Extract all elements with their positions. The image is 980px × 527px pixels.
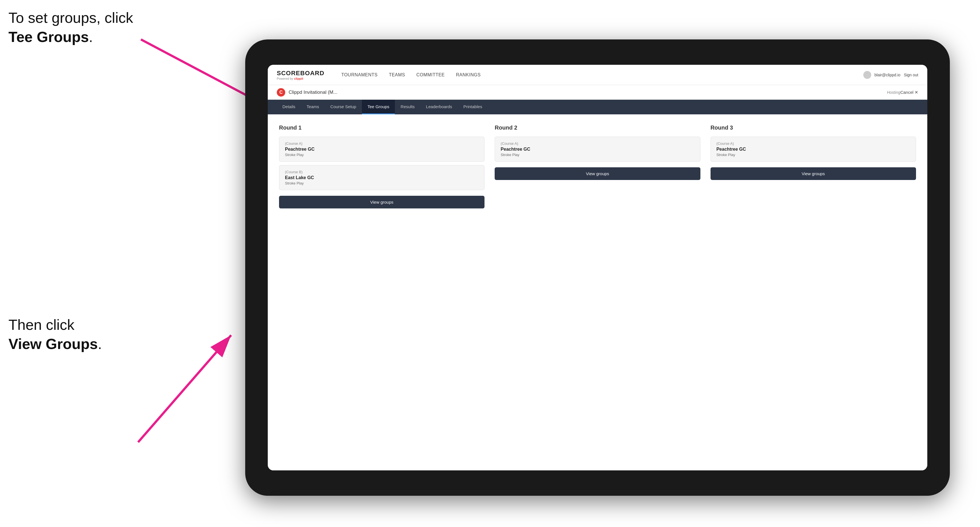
round-3-course-a-name: Peachtree GC [716, 147, 910, 152]
tab-tee-groups[interactable]: Tee Groups [362, 100, 395, 114]
round-1-column: Round 1 (Course A) Peachtree GC Stroke P… [279, 124, 485, 208]
avatar [863, 71, 871, 79]
logo-area: SCOREBOARD Powered by clippit [277, 70, 325, 80]
tournament-status: Hosting [887, 90, 900, 95]
tab-teams[interactable]: Teams [301, 100, 325, 114]
round-1-course-a-format: Stroke Play [285, 153, 479, 157]
main-content: Round 1 (Course A) Peachtree GC Stroke P… [268, 114, 927, 470]
nav-rankings[interactable]: RANKINGS [450, 72, 487, 78]
nav-right: blair@clippd.io Sign out [863, 71, 918, 79]
round-1-course-a-label: (Course A) [285, 141, 479, 146]
instruction-top-line1: To set groups, click [8, 10, 133, 26]
tab-leaderboards[interactable]: Leaderboards [420, 100, 458, 114]
cancel-button[interactable]: Cancel ✕ [900, 90, 918, 95]
round-2-view-groups-button[interactable]: View groups [495, 167, 700, 180]
svg-line-3 [138, 335, 231, 442]
tab-printables[interactable]: Printables [458, 100, 488, 114]
round-2-title: Round 2 [495, 124, 700, 131]
tournament-logo-icon: C [277, 88, 285, 97]
nav-committee[interactable]: COMMITTEE [410, 72, 450, 78]
round-2-course-a-card: (Course A) Peachtree GC Stroke Play [495, 137, 700, 162]
nav-links: TOURNAMENTS TEAMS COMMITTEE RANKINGS [336, 72, 863, 78]
round-3-course-a-label: (Course A) [716, 141, 910, 146]
rounds-container: Round 1 (Course A) Peachtree GC Stroke P… [279, 124, 916, 208]
instruction-top: To set groups, click Tee Groups. [8, 8, 133, 46]
round-3-course-a-card: (Course A) Peachtree GC Stroke Play [711, 137, 916, 162]
sign-out-link[interactable]: Sign out [904, 73, 918, 77]
nav-teams[interactable]: TEAMS [383, 72, 411, 78]
round-3-title: Round 3 [711, 124, 916, 131]
round-2-course-a-label: (Course A) [501, 141, 694, 146]
logo-powered: Powered by clippit [277, 77, 325, 80]
round-2-course-a-name: Peachtree GC [501, 147, 694, 152]
instruction-top-line2: Tee Groups [8, 29, 89, 45]
tournament-name: Clippd Invitational (M... [289, 90, 885, 95]
tab-bar: Details Teams Course Setup Tee Groups Re… [268, 100, 927, 114]
instruction-bottom-line1: Then click [8, 317, 75, 333]
instruction-bottom-period: . [98, 336, 102, 352]
instruction-bottom: Then click View Groups. [8, 316, 102, 354]
round-3-course-a-format: Stroke Play [716, 153, 910, 157]
round-1-view-groups-button[interactable]: View groups [279, 196, 485, 208]
round-2-column: Round 2 (Course A) Peachtree GC Stroke P… [495, 124, 700, 208]
tournament-bar: C Clippd Invitational (M... Hosting Canc… [268, 85, 927, 100]
nav-tournaments[interactable]: TOURNAMENTS [336, 72, 383, 78]
user-email: blair@clippd.io [875, 73, 900, 77]
tab-course-setup[interactable]: Course Setup [325, 100, 362, 114]
round-1-course-a-card: (Course A) Peachtree GC Stroke Play [279, 137, 485, 162]
tablet-shell: SCOREBOARD Powered by clippit TOURNAMENT… [245, 40, 950, 496]
logo-scoreboard: SCOREBOARD [277, 70, 325, 77]
tablet-screen: SCOREBOARD Powered by clippit TOURNAMENT… [268, 65, 927, 470]
round-1-course-b-card: (Course B) East Lake GC Stroke Play [279, 165, 485, 190]
round-1-course-a-name: Peachtree GC [285, 147, 479, 152]
round-3-view-groups-button[interactable]: View groups [711, 167, 916, 180]
top-nav: SCOREBOARD Powered by clippit TOURNAMENT… [268, 65, 927, 85]
tab-details[interactable]: Details [277, 100, 301, 114]
round-3-column: Round 3 (Course A) Peachtree GC Stroke P… [711, 124, 916, 208]
instruction-bottom-line2: View Groups [8, 336, 98, 352]
round-1-course-b-name: East Lake GC [285, 175, 479, 180]
round-1-title: Round 1 [279, 124, 485, 131]
tab-results[interactable]: Results [395, 100, 420, 114]
round-1-course-b-format: Stroke Play [285, 181, 479, 185]
instruction-top-period: . [89, 29, 93, 45]
round-2-course-a-format: Stroke Play [501, 153, 694, 157]
round-1-course-b-label: (Course B) [285, 170, 479, 174]
